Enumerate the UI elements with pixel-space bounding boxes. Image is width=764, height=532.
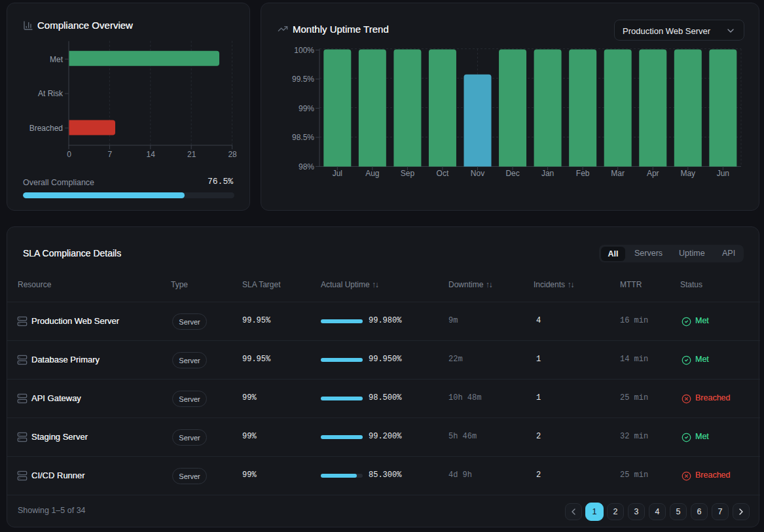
svg-text:Feb: Feb	[576, 169, 590, 178]
svg-text:0: 0	[67, 150, 71, 159]
svg-text:21: 21	[187, 150, 196, 159]
svg-text:98.5%: 98.5%	[292, 133, 314, 142]
svg-text:100%: 100%	[294, 46, 314, 55]
svg-text:Nov: Nov	[471, 169, 484, 178]
svg-text:14: 14	[147, 150, 156, 159]
svg-text:7: 7	[108, 150, 113, 159]
svg-text:Jul: Jul	[333, 169, 342, 178]
svg-text:Breached: Breached	[29, 124, 63, 133]
svg-text:Jan: Jan	[541, 169, 554, 178]
svg-text:99.5%: 99.5%	[292, 75, 314, 84]
svg-text:98%: 98%	[299, 162, 314, 171]
svg-text:Aug: Aug	[365, 169, 379, 178]
svg-text:May: May	[680, 169, 695, 178]
svg-text:Dec: Dec	[505, 169, 519, 178]
svg-text:Met: Met	[50, 55, 64, 64]
svg-text:At Risk: At Risk	[38, 89, 64, 98]
svg-text:Jun: Jun	[717, 169, 729, 178]
svg-text:Apr: Apr	[647, 169, 659, 178]
svg-text:Sep: Sep	[401, 169, 415, 178]
svg-text:Mar: Mar	[611, 169, 625, 178]
svg-text:Oct: Oct	[437, 169, 449, 178]
svg-text:99%: 99%	[299, 104, 314, 113]
svg-text:28: 28	[228, 150, 237, 159]
